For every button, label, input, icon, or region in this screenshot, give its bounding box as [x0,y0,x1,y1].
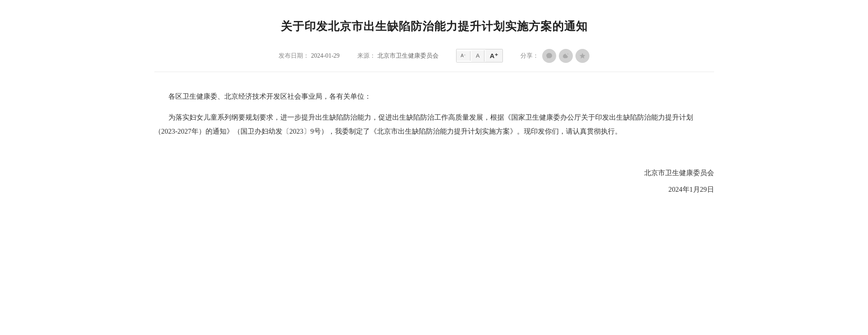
paragraph-greeting: 各区卫生健康委、北京经济技术开发区社会事业局，各有关单位： [154,90,714,104]
footer-org: 北京市卫生健康委员会 [154,165,714,181]
font-increase-button[interactable]: A⁺ [485,49,502,62]
favorite-share-button[interactable] [575,49,589,63]
source-value: 北京市卫生健康委员会 [377,52,439,60]
share-section: 分享： [520,49,589,63]
wechat-share-button[interactable] [542,49,556,63]
article-title: 关于印发北京市出生缺陷防治能力提升计划实施方案的通知 [154,17,714,36]
article-footer: 北京市卫生健康委员会 2024年1月29日 [154,165,714,198]
meta-bar: 发布日期： 2024-01-29 来源： 北京市卫生健康委员会 A⁻ A A⁺ … [154,49,714,72]
weibo-icon [562,52,569,59]
publish-date: 发布日期： 2024-01-29 [279,52,339,60]
font-decrease-button[interactable]: A⁻ [457,51,471,61]
footer-date: 2024年1月29日 [154,181,714,198]
article-body: 各区卫生健康委、北京经济技术开发区社会事业局，各有关单位： 为落实妇女儿童系列纲… [154,90,714,138]
publish-date-value: 2024-01-29 [311,52,339,59]
publish-date-label: 发布日期： [279,52,309,60]
share-icons [542,49,589,63]
weibo-share-button[interactable] [559,49,573,63]
font-size-controls[interactable]: A⁻ A A⁺ [456,49,503,62]
star-icon [579,52,586,59]
source: 来源： 北京市卫生健康委员会 [357,52,439,60]
paragraph-main: 为落实妇女儿童系列纲要规划要求，进一步提升出生缺陷防治能力，促进出生缺陷防治工作… [154,111,714,138]
wechat-icon [546,52,553,59]
share-label: 分享： [520,52,539,60]
font-normal-button[interactable]: A [471,50,485,62]
source-label: 来源： [357,52,376,60]
